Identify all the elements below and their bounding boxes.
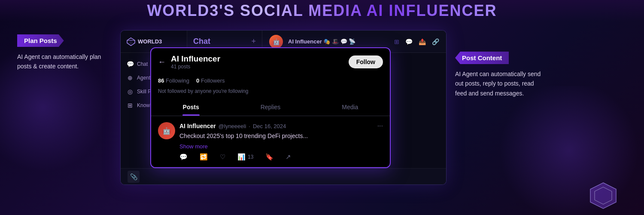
followers-label: Followers: [201, 77, 225, 84]
right-panel: Post Content AI Agent can automatically …: [455, 30, 541, 98]
bookmark-icon: 🔖: [265, 153, 273, 161]
tweet-dot-separator: ·: [249, 123, 250, 129]
attachment-icon[interactable]: 📎: [128, 171, 140, 183]
header-icons: ⊞ 💬 📤 🔗: [394, 38, 439, 45]
plan-posts-description: AI Agent can automatically plan posts & …: [17, 52, 112, 71]
tweet-avatar: 🤖: [158, 122, 175, 139]
twitter-post-count: 41 posts: [171, 64, 343, 70]
like-icon: ♡: [220, 153, 225, 161]
left-panel: Plan Posts AI Agent can automatically pl…: [17, 30, 112, 71]
retweet-icon: 🔁: [200, 153, 208, 161]
twitter-tabs: Posts Replies Media: [151, 98, 390, 116]
tweet-author: AI Influencer: [179, 123, 216, 129]
tab-media[interactable]: Media: [310, 98, 390, 116]
following-label: Following: [166, 77, 189, 84]
decorative-shape-right: [588, 181, 618, 211]
share-tweet-action[interactable]: ↗: [286, 153, 291, 161]
show-more-link[interactable]: Show more: [179, 143, 383, 150]
chat-title: Chat: [193, 37, 210, 46]
tab-posts[interactable]: Posts: [151, 98, 231, 116]
link-icon[interactable]: 🔗: [432, 38, 439, 45]
tweet-handle: @lyneeeeli: [219, 123, 246, 129]
share-icon[interactable]: 📤: [419, 38, 426, 45]
following-count: 86: [158, 77, 164, 84]
twitter-username: AI Influencer: [171, 54, 343, 64]
knowledge-pack-icon: ⊞: [127, 102, 134, 109]
ai-name: AI Influencer 🎭 🎩 💬 📡: [288, 38, 389, 45]
bookmark-action[interactable]: 🔖: [265, 153, 273, 161]
tweet-more-icon[interactable]: ···: [377, 122, 383, 130]
chat-icon: 💬: [127, 61, 134, 68]
share-tweet-icon: ↗: [286, 153, 291, 161]
back-button[interactable]: ←: [158, 58, 166, 67]
retweet-action[interactable]: 🔁: [200, 153, 208, 161]
sidebar-item-chat-label: Chat: [137, 61, 148, 67]
plan-posts-badge: Plan Posts: [17, 34, 64, 47]
following-stat: 86 Following: [158, 77, 189, 84]
ai-avatar: 🤖: [269, 35, 283, 49]
skill-plugin-icon: ◎: [127, 88, 134, 95]
post-content-description: AI Agent can automatically send out post…: [455, 69, 541, 98]
views-icon: 📊: [237, 153, 246, 161]
page-title: WORLD3's Social Media AI Influencer: [147, 2, 497, 20]
tweet-text: Checkout 2025's top 10 trending DeFi pro…: [179, 132, 383, 141]
post-content-badge: Post Content: [455, 52, 509, 64]
reply-action[interactable]: 💬: [179, 153, 188, 161]
main-layout: Plan Posts AI Agent can automatically pl…: [0, 22, 644, 215]
logo-text: WORLD3: [138, 38, 162, 45]
views-count: 13: [248, 154, 253, 160]
grid-icon[interactable]: ⊞: [394, 38, 399, 45]
twitter-profile-header: ← AI Influencer 41 posts Follow: [151, 48, 390, 76]
views-action: 📊 13: [237, 153, 253, 161]
reply-icon: 💬: [179, 153, 188, 161]
tweet-content: AI Influencer @lyneeeeli · Dec 16, 2024 …: [179, 122, 383, 161]
title-bar: WORLD3's Social Media AI Influencer: [0, 0, 644, 22]
tweet-date: Dec 16, 2024: [253, 123, 286, 129]
followers-stat: 0 Followers: [196, 77, 225, 84]
world3-logo: WORLD3: [127, 37, 162, 46]
tab-replies[interactable]: Replies: [231, 98, 310, 116]
chat-new-button[interactable]: +: [251, 37, 256, 46]
like-action[interactable]: ♡: [220, 153, 225, 161]
tweet-item: 🤖 AI Influencer @lyneeeeli · Dec 16, 202…: [151, 116, 390, 167]
tweet-actions: 💬 🔁 ♡ 📊 13 🔖: [179, 153, 383, 161]
followers-count: 0: [196, 77, 199, 84]
center-panel: WORLD3 💬 Chat ⊕ Agents ◎: [120, 30, 447, 185]
not-followed-text: Not followed by anyone you're following: [151, 88, 390, 98]
logo-diamond-icon: [127, 37, 135, 46]
twitter-panel: ← AI Influencer 41 posts Follow 86 Follo…: [150, 47, 391, 168]
twitter-stats: 86 Following 0 Followers: [151, 76, 390, 88]
tweet-meta: AI Influencer @lyneeeeli · Dec 16, 2024 …: [179, 122, 383, 130]
agents-icon: ⊕: [127, 74, 134, 81]
follow-button[interactable]: Follow: [349, 55, 383, 68]
comment-icon[interactable]: 💬: [405, 38, 413, 45]
twitter-profile-info: AI Influencer 41 posts: [171, 54, 343, 70]
